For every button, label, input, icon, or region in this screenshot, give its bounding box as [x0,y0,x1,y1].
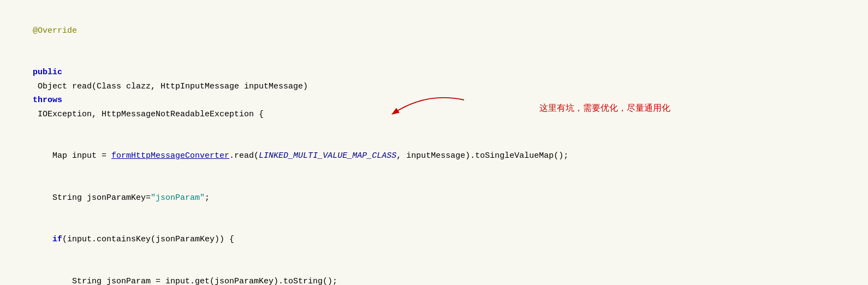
const-linked-multi: LINKED_MULTI_VALUE_MAP_CLASS [259,151,396,161]
line-if: if(input.containsKey(jsonParamKey)) { [13,219,855,261]
keyword-throws: throws [33,96,62,105]
semicolon1: ; [205,193,210,203]
indent3 [33,235,52,244]
indent2: String jsonParamKey= [33,193,151,203]
text-exceptions: IOException, HttpMessageNotReadableExcep… [33,110,264,119]
code-block: @Override public Object read(Class clazz… [0,0,868,285]
comma-args: , inputMessage).toSingleValueMap(); [396,151,568,161]
indent1: Map input = [33,151,111,161]
method-formHttpMessageConverter: formHttpMessageConverter [111,151,229,161]
keyword-public: public [33,68,62,77]
indent4: String jsonParam = input.get(jsonParamKe… [33,277,337,286]
arrow-svg [382,97,469,130]
dot1: .read( [229,151,259,161]
string-jsonparam1: "jsonParam" [151,193,205,203]
line-jsonparamkey: String jsonParamKey="jsonParam"; [13,177,855,219]
line-jsonparam: String jsonParam = input.get(jsonParamKe… [13,260,855,285]
annotation-cn-text: 这里有坑，需要优化，尽量通用化 [539,100,670,115]
keyword-if: if [52,235,62,244]
annotation-text: @Override [33,26,77,35]
line-map-input: Map input = formHttpMessageConverter.rea… [13,135,855,177]
text-static: Object read(Class clazz, HttpInputMessag… [33,82,313,91]
annotation-container: 这里有坑，需要优化，尽量通用化 [448,92,670,124]
if-condition: (input.containsKey(jsonParamKey)) { [62,235,234,244]
line-annotation: @Override [13,10,855,52]
